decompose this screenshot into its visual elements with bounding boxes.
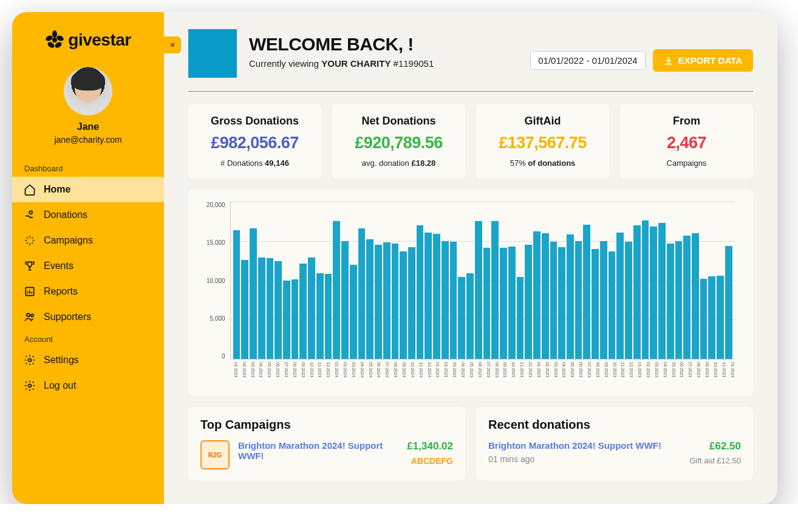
sidebar-item-home[interactable]: Home (12, 177, 164, 202)
bar (508, 247, 516, 359)
y-tick: 20,000 (206, 202, 225, 208)
bar (267, 258, 274, 359)
donation-giftaid: Gift aid £12.50 (689, 456, 741, 465)
bar (325, 274, 332, 359)
donation-row[interactable]: Brighton Marathon 2024! Support WWF! 01 … (488, 440, 741, 465)
bar (500, 248, 507, 359)
x-tick: 04.2024 (357, 362, 364, 387)
page-subtitle: Currently viewing YOUR CHARITY #1199051 (249, 58, 518, 69)
profile-name: Jane (77, 121, 99, 132)
campaign-name: Brighton Marathon 2024! Support WWF! (238, 440, 398, 461)
sidebar-item-logout[interactable]: Log out (12, 373, 164, 398)
close-sidebar-button[interactable]: × (164, 36, 181, 53)
bar (592, 249, 599, 359)
chart-bars (233, 202, 732, 359)
bar (558, 247, 565, 359)
x-tick: 09.2023 (601, 362, 609, 387)
bar (250, 228, 257, 359)
stat-value: £982,056.67 (196, 134, 314, 152)
x-tick: 12.2023 (525, 362, 533, 387)
subtitle-charity: YOUR CHARITY (321, 58, 390, 69)
nav-section-dashboard: Dashboard (12, 159, 164, 177)
x-tick: 07.2023 (685, 362, 692, 387)
sidebar-item-settings[interactable]: Settings (12, 347, 164, 373)
x-tick: 04.2023 (256, 362, 264, 387)
x-tick: 01.2024 (332, 362, 339, 387)
x-tick: 10.2023 (610, 362, 617, 387)
sidebar-item-events[interactable]: Events (12, 253, 164, 279)
bar (616, 233, 624, 359)
x-tick: 05.2024 (366, 362, 373, 387)
stat-sub: 57% of donations (483, 159, 602, 168)
hand-coin-icon (23, 208, 36, 222)
bar (358, 228, 366, 359)
sidebar-item-label: Home (44, 184, 70, 195)
y-tick: 10,000 (206, 278, 225, 284)
x-tick: 04.2023 (458, 362, 465, 387)
x-tick: 08.2024 (390, 362, 398, 387)
x-tick: 02.2023 (239, 362, 247, 387)
sidebar-item-label: Log out (44, 380, 76, 391)
bar (417, 225, 424, 359)
sidebar-item-reports[interactable]: Reports (12, 279, 164, 304)
stat-gross: Gross Donations £982,056.67 # Donations … (188, 104, 321, 179)
bar (708, 276, 715, 359)
x-tick: 02.2024 (340, 362, 347, 387)
bar (575, 241, 582, 359)
x-tick: 12.2023 (626, 362, 633, 387)
panel-title: Top Campaigns (200, 418, 453, 432)
bar (600, 241, 607, 359)
stat-title: Net Donations (339, 115, 458, 128)
x-tick: 07.2023 (483, 362, 491, 387)
bar (583, 225, 590, 359)
y-tick: 5,000 (210, 315, 225, 322)
x-tick: 01.2023 (534, 362, 541, 387)
sidebar-item-label: Supporters (44, 312, 91, 322)
stat-title: Gross Donations (196, 115, 314, 128)
svg-point-5 (52, 38, 57, 43)
x-tick: 02.2023 (643, 362, 650, 387)
bar (241, 260, 248, 359)
stat-title: From (627, 115, 746, 128)
x-tick: 10.2023 (711, 362, 718, 387)
sidebar-item-label: Donations (44, 210, 87, 220)
bar (692, 233, 699, 359)
stat-sub: Campaigns (627, 159, 746, 168)
sidebar-item-campaigns[interactable]: Campaigns (12, 228, 164, 253)
app-window: × givestar Jane jane@charity.com Dashboa… (12, 12, 777, 504)
x-tick: 08.2023 (290, 362, 297, 387)
sidebar-item-supporters[interactable]: Supporters (12, 304, 164, 330)
svg-point-1 (45, 35, 53, 42)
bar (683, 236, 691, 359)
x-tick: 12.2024 (425, 362, 432, 387)
bar (233, 230, 240, 359)
bar (466, 273, 474, 359)
stat-giftaid: GiftAid £137,567.75 57% of donations (476, 104, 609, 179)
y-tick: 15,000 (206, 239, 225, 246)
x-tick: 03.2023 (449, 362, 457, 387)
x-tick: 05.2023 (567, 362, 575, 387)
x-tick: 08.2023 (492, 362, 499, 387)
x-tick: 08.2023 (593, 362, 600, 387)
x-tick: 03.2023 (652, 362, 659, 387)
stat-from: From 2,467 Campaigns (620, 104, 753, 179)
date-range-picker[interactable]: 01/01/2022 - 01/01/2024 (530, 51, 645, 70)
x-tick: 06.2023 (576, 362, 583, 387)
bar (550, 242, 558, 359)
page-title: WELCOME BACK, ! (249, 34, 518, 55)
bar (425, 233, 432, 359)
campaign-row[interactable]: R2G Brighton Marathon 2024! Support WWF!… (200, 440, 453, 469)
sidebar-item-donations[interactable]: Donations (12, 202, 164, 228)
bar (633, 225, 641, 359)
export-button[interactable]: EXPORT DATA (653, 49, 753, 72)
bar (283, 281, 290, 360)
top-campaigns-panel: Top Campaigns R2G Brighton Marathon 2024… (188, 407, 465, 480)
x-tick: 09.2023 (298, 362, 305, 387)
bar (475, 221, 482, 359)
bar (350, 265, 357, 359)
bar (433, 234, 440, 359)
x-tick: 11.2023 (517, 362, 524, 387)
svg-point-2 (56, 35, 64, 42)
bar (542, 233, 549, 359)
bar (642, 220, 649, 359)
